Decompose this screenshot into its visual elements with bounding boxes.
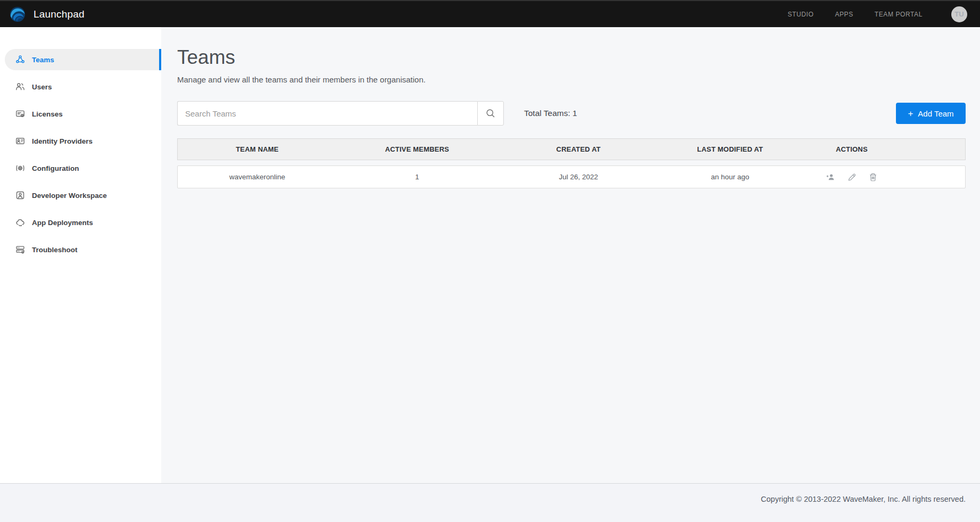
add-team-label: Add Team — [918, 109, 953, 118]
sidebar-item-users[interactable]: Users — [5, 76, 161, 97]
sidebar-item-teams[interactable]: Teams — [5, 49, 161, 70]
page-subtitle: Manage and view all the teams and their … — [177, 75, 966, 84]
sidebar-item-label: Identity Providers — [32, 137, 93, 145]
sidebar-item-label: Configuration — [32, 164, 79, 172]
troubleshoot-icon — [15, 245, 25, 254]
nav-team-portal[interactable]: TEAM PORTAL — [875, 11, 923, 18]
wavemaker-logo-icon — [9, 5, 27, 23]
main-content: Teams Manage and view all the teams and … — [161, 27, 980, 483]
column-header-team-name: TEAM NAME — [178, 145, 337, 153]
column-header-actions: ACTIONS — [801, 145, 903, 153]
cell-created-at: Jul 26, 2022 — [497, 173, 660, 181]
nav-studio[interactable]: STUDIO — [787, 11, 813, 18]
delete-team-button[interactable] — [868, 172, 878, 182]
developer-workspace-icon — [15, 190, 25, 200]
copyright-text: Copyright © 2013-2022 WaveMaker, Inc. Al… — [761, 495, 966, 522]
search-button[interactable] — [477, 101, 504, 126]
app-deployments-icon — [15, 218, 25, 227]
delete-icon — [868, 172, 878, 182]
teams-table: TEAM NAME ACTIVE MEMBERS CREATED AT LAST… — [177, 138, 966, 188]
search-input[interactable] — [177, 101, 477, 126]
app-title: Launchpad — [34, 9, 85, 20]
user-avatar[interactable]: TU — [951, 6, 967, 22]
page-title: Teams — [177, 46, 966, 69]
cell-actions — [801, 172, 903, 182]
licenses-icon — [15, 109, 25, 119]
sidebar-item-label: Troubleshoot — [32, 246, 78, 254]
table-row: wavemakeronline 1 Jul 26, 2022 an hour a… — [177, 165, 966, 188]
configuration-icon — [15, 163, 25, 173]
users-icon — [15, 82, 25, 92]
teams-icon — [15, 55, 25, 64]
brand-link[interactable]: Launchpad — [9, 5, 85, 23]
table-header: TEAM NAME ACTIVE MEMBERS CREATED AT LAST… — [177, 138, 966, 160]
identity-providers-icon — [15, 136, 25, 146]
sidebar-item-licenses[interactable]: Licenses — [5, 103, 161, 125]
nav-apps[interactable]: APPS — [835, 11, 853, 18]
sidebar-item-configuration[interactable]: Configuration — [5, 158, 161, 179]
sidebar-item-label: Teams — [32, 56, 54, 64]
search-icon — [485, 108, 496, 119]
cell-last-modified-at: an hour ago — [660, 173, 801, 181]
edit-team-button[interactable] — [847, 172, 857, 182]
sidebar-item-developer-workspace[interactable]: Developer Workspace — [5, 185, 161, 206]
top-nav: STUDIO APPS TEAM PORTAL TU — [787, 6, 967, 22]
add-team-button[interactable]: + Add Team — [896, 103, 966, 124]
cell-team-name: wavemakeronline — [178, 173, 337, 181]
column-header-last-modified-at: LAST MODIFIED AT — [660, 145, 801, 153]
sidebar-item-identity-providers[interactable]: Identity Providers — [5, 130, 161, 152]
sidebar-item-label: Licenses — [32, 110, 63, 118]
sidebar-item-app-deployments[interactable]: App Deployments — [5, 212, 161, 233]
column-header-created-at: CREATED AT — [497, 145, 660, 153]
cell-active-members: 1 — [337, 173, 497, 181]
search-bar — [177, 101, 504, 126]
controls-row: Total Teams: 1 + Add Team — [177, 101, 966, 126]
plus-icon: + — [908, 109, 913, 118]
top-header: Launchpad STUDIO APPS TEAM PORTAL TU — [0, 0, 980, 27]
sidebar-item-label: App Deployments — [32, 219, 93, 227]
add-member-button[interactable] — [826, 172, 835, 182]
sidebar-item-label: Users — [32, 83, 52, 91]
add-member-icon — [826, 172, 835, 182]
total-teams-count: Total Teams: 1 — [524, 109, 577, 118]
sidebar-item-troubleshoot[interactable]: Troubleshoot — [5, 239, 161, 260]
sidebar-item-label: Developer Workspace — [32, 192, 107, 200]
page-footer: Copyright © 2013-2022 WaveMaker, Inc. Al… — [0, 483, 980, 522]
column-header-active-members: ACTIVE MEMBERS — [337, 145, 497, 153]
edit-icon — [847, 172, 857, 182]
sidebar: Teams Users Licenses — [0, 27, 161, 483]
